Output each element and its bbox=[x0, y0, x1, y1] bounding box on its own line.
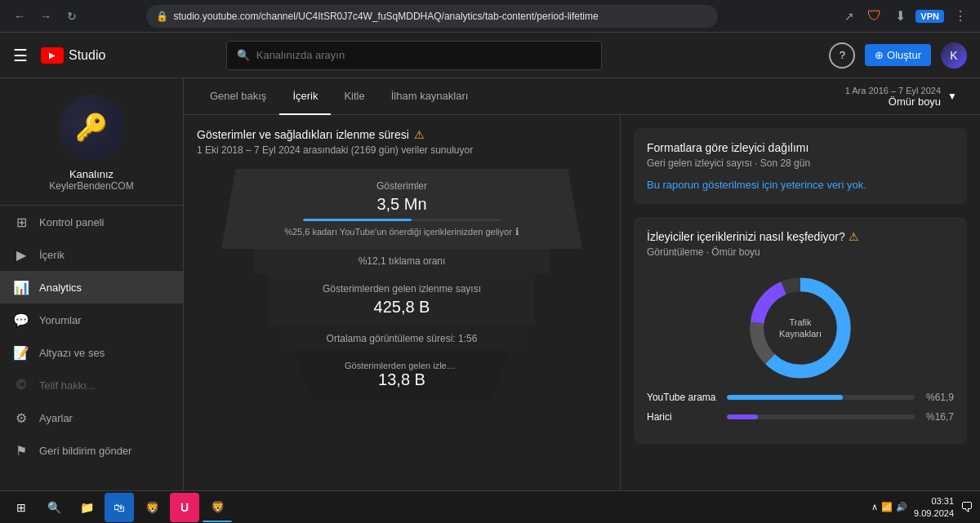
volume-icon[interactable]: 🔊 bbox=[896, 502, 907, 512]
watchtime-label: Gösterimlerden gelen izlenme sür... bbox=[345, 361, 459, 370]
refresh-button[interactable]: ↻ bbox=[62, 7, 82, 26]
shield-icon[interactable]: 🛡 bbox=[864, 4, 885, 28]
search-input[interactable] bbox=[256, 49, 591, 61]
donut-center-label: Trafik Kaynakları bbox=[779, 317, 822, 340]
format-distribution-card: Formatlara göre izleyici dağılımı Geri g… bbox=[634, 128, 967, 204]
sidebar-item-analytics[interactable]: 📊 Analytics bbox=[0, 271, 183, 304]
analytics-icon: 📊 bbox=[13, 279, 29, 295]
network-icon: 📶 bbox=[881, 502, 893, 512]
sidebar-label-dashboard: Kontrol paneli bbox=[39, 216, 105, 228]
warning-icon: ⚠ bbox=[414, 128, 425, 141]
sidebar-item-settings[interactable]: ⚙ Ayarlar bbox=[0, 401, 183, 434]
sidebar-label-copyright: Telif hakkı... bbox=[39, 379, 96, 392]
funnel-step-watchtime: Gösterimlerden gelen izlenme sür... 13,8… bbox=[295, 351, 508, 399]
sidebar-item-dashboard[interactable]: ⊞ Kontrol paneli bbox=[0, 206, 183, 238]
taskbar-search-button[interactable]: 🔍 bbox=[39, 493, 69, 522]
traffic-pct-external: %16,7 bbox=[921, 411, 954, 423]
funnel-visual: Gösterimler 3,5 Mn %25,6 kadarı YouTube'… bbox=[197, 169, 607, 399]
impressions-info: %25,6 kadarı YouTube'un önerdiği içerikl… bbox=[238, 226, 566, 237]
clock-date: 9.09.2024 bbox=[914, 507, 954, 519]
date-range-label: 1 Ara 2016 – 7 Eyl 2024 bbox=[845, 86, 941, 95]
tab-inspiration[interactable]: İlham kaynakları bbox=[378, 78, 482, 115]
start-button[interactable]: ⊞ bbox=[7, 493, 36, 522]
sidebar-label-analytics: Analytics bbox=[39, 281, 82, 294]
dashboard-icon: ⊞ bbox=[13, 214, 29, 230]
notification-icon[interactable]: 🗨 bbox=[960, 500, 973, 515]
taskbar-right: ∧ 📶 🔊 03:31 9.09.2024 🗨 bbox=[871, 495, 973, 519]
sidebar-label-settings: Ayarlar bbox=[39, 412, 73, 424]
traffic-sources-card: İzleyiciler içeriklerinizi nasıl keşfedi… bbox=[634, 217, 967, 444]
system-tray: ∧ 📶 🔊 bbox=[871, 502, 907, 512]
chevron-down-icon: ▼ bbox=[947, 91, 957, 102]
create-button[interactable]: ⊕ Oluştur bbox=[865, 44, 931, 66]
search-bar[interactable]: 🔍 bbox=[226, 41, 602, 70]
tray-chevron-icon[interactable]: ∧ bbox=[871, 502, 878, 512]
views-label: Gösterimlerden gelen izlenme sayısı bbox=[285, 283, 519, 295]
impressions-label: Gösterimler bbox=[238, 180, 566, 192]
copyright-icon: © bbox=[13, 377, 29, 393]
subtitles-icon: 📝 bbox=[13, 344, 29, 361]
tab-audience[interactable]: Kitle bbox=[331, 78, 377, 115]
traffic-items-list: YouTube arama %61,9 Harici %16,7 bbox=[647, 392, 954, 423]
share-button[interactable]: ↗ bbox=[841, 7, 858, 26]
donut-wrapper: Trafik Kaynakları bbox=[743, 271, 858, 385]
format-distribution-title: Formatlara göre izleyici dağılımı bbox=[647, 141, 954, 154]
taskbar-uipath-button[interactable]: U bbox=[170, 493, 199, 522]
clock-time: 03:31 bbox=[914, 495, 954, 507]
taskbar-store-button[interactable]: 🛍 bbox=[105, 493, 134, 522]
settings-icon: ⚙ bbox=[13, 410, 29, 426]
browser-menu-button[interactable]: ⋮ bbox=[951, 5, 970, 27]
channel-info: 🔑 Kanalınız KeylerBendenCOM bbox=[0, 78, 183, 206]
traffic-item-youtube-search: YouTube arama %61,9 bbox=[647, 392, 954, 403]
sidebar-item-content[interactable]: ▶ İçerik bbox=[0, 238, 183, 271]
sidebar-label-comments: Yorumlar bbox=[39, 314, 82, 326]
sidebar-item-feedback[interactable]: ⚑ Geri bildirim gönder bbox=[0, 434, 183, 467]
funnel-avg-duration: Ortalama görüntüleme süresi: 1:56 bbox=[283, 326, 520, 351]
sidebar-item-subtitles[interactable]: 📝 Altyazı ve ses bbox=[0, 336, 183, 369]
tab-content[interactable]: İçerik bbox=[279, 78, 331, 115]
impressions-value: 3,5 Mn bbox=[238, 195, 566, 214]
funnel-title: Gösterimler ve sağladıkları izlenme süre… bbox=[197, 128, 607, 141]
left-panel: Gösterimler ve sağladıkları izlenme süre… bbox=[184, 115, 621, 523]
traffic-bar-youtube-search bbox=[727, 395, 915, 400]
url-bar[interactable]: 🔒 studio.youtube.com/channel/UC4ItSR0J7c… bbox=[146, 5, 718, 28]
help-button[interactable]: ? bbox=[829, 42, 855, 69]
format-distribution-subtitle: Geri gelen izleyici sayısı · Son 28 gün bbox=[647, 157, 954, 169]
comments-icon: 💬 bbox=[13, 312, 29, 328]
taskbar-left: ⊞ 🔍 📁 🛍 🦁 U 🦁 bbox=[7, 493, 232, 522]
main-layout: 🔑 Kanalınız KeylerBendenCOM ⊞ Kontrol pa… bbox=[0, 78, 980, 523]
date-range-selector[interactable]: 1 Ara 2016 – 7 Eyl 2024 Ömür boyu ▼ bbox=[835, 79, 967, 114]
browser-actions: ↗ 🛡 ⬇ VPN ⋮ bbox=[841, 4, 970, 28]
tab-overview[interactable]: Genel bakış bbox=[197, 78, 279, 115]
taskbar-brave-button[interactable]: 🦁 bbox=[137, 493, 167, 522]
analytics-content: Gösterimler ve sağladıkları izlenme süre… bbox=[184, 115, 980, 523]
traffic-label-youtube-search: YouTube arama bbox=[647, 392, 720, 403]
sidebar-item-comments[interactable]: 💬 Yorumlar bbox=[0, 304, 183, 336]
traffic-sources-subtitle: Görüntüleme · Ömür boyu bbox=[647, 246, 954, 258]
feedback-icon: ⚑ bbox=[13, 442, 29, 459]
taskbar-explorer-button[interactable]: 📁 bbox=[72, 493, 101, 522]
search-icon: 🔍 bbox=[237, 49, 250, 61]
donut-chart-area: Trafik Kaynakları bbox=[647, 271, 954, 385]
watchtime-value: 13,8 B bbox=[311, 370, 492, 389]
taskbar: ⊞ 🔍 📁 🛍 🦁 U 🦁 ∧ 📶 🔊 03:31 9.09.2024 🗨 bbox=[0, 490, 980, 523]
key-logo-icon: 🔑 bbox=[75, 112, 108, 143]
content-icon: ▶ bbox=[13, 246, 29, 263]
back-button[interactable]: ← bbox=[10, 7, 29, 26]
vpn-badge[interactable]: VPN bbox=[915, 10, 944, 23]
hamburger-menu-icon[interactable]: ☰ bbox=[13, 46, 28, 65]
download-button[interactable]: ⬇ bbox=[892, 5, 909, 27]
sidebar-label-feedback: Geri bildirim gönder bbox=[39, 445, 131, 457]
sidebar-item-copyright[interactable]: © Telif hakkı... bbox=[0, 369, 183, 401]
taskbar-brave-active-button[interactable]: 🦁 bbox=[203, 493, 232, 522]
traffic-fill-youtube-search bbox=[727, 395, 843, 400]
forward-button[interactable]: → bbox=[36, 7, 56, 26]
tabs-bar: Genel bakış İçerik Kitle İlham kaynaklar… bbox=[184, 78, 980, 115]
sidebar: 🔑 Kanalınız KeylerBendenCOM ⊞ Kontrol pa… bbox=[0, 78, 184, 523]
avatar[interactable]: K bbox=[941, 42, 967, 69]
traffic-warning-icon: ⚠ bbox=[849, 230, 859, 243]
info-icon[interactable]: ℹ bbox=[515, 226, 519, 237]
traffic-label-external: Harici bbox=[647, 411, 720, 423]
funnel-step-impressions: Gösterimler 3,5 Mn %25,6 kadarı YouTube'… bbox=[221, 169, 582, 249]
channel-name: Kanalınız bbox=[69, 168, 114, 180]
